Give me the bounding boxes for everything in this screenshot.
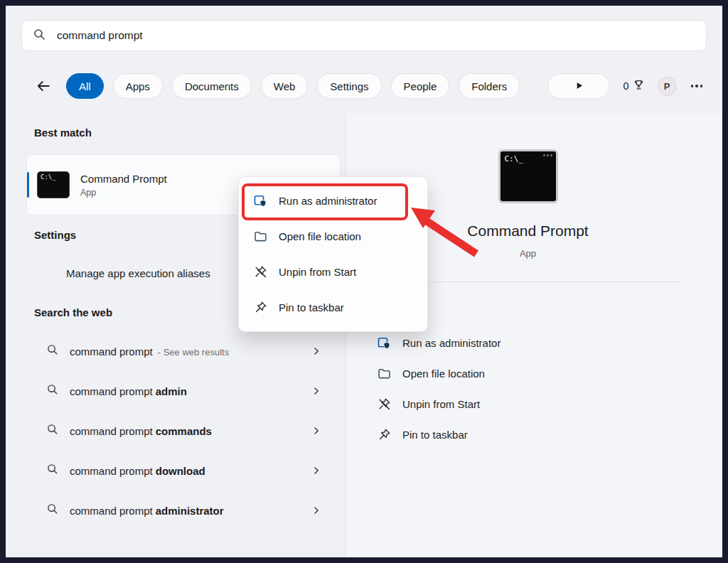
best-match-text: Command Prompt App (80, 173, 167, 198)
suggestion-bold: administrator (156, 505, 224, 517)
cmd-glyph: C:\_ (505, 154, 524, 163)
context-menu: Run as administrator Open file location … (238, 176, 428, 332)
menu-item-label: Open file location (279, 230, 361, 242)
rewards-counter[interactable]: 0 (623, 79, 644, 93)
chevron-right-icon[interactable] (311, 505, 321, 515)
web-suggestion-row[interactable]: command promptcommands (27, 415, 340, 446)
suggestion-query: command prompt (70, 345, 153, 358)
suggestion-query: command prompt (70, 505, 153, 517)
action-label: Run as administrator (402, 337, 500, 349)
tab-people[interactable]: People (391, 73, 450, 99)
tab-documents[interactable]: Documents (172, 73, 252, 99)
tab-web[interactable]: Web (261, 73, 309, 99)
windows-search-flyout: All Apps Documents Web Settings People F… (6, 6, 722, 557)
suggestion-meta: - See web results (158, 347, 229, 358)
more-options-icon[interactable] (690, 80, 705, 92)
settings-heading: Settings (34, 229, 76, 241)
search-icon (47, 384, 58, 398)
tab-apps[interactable]: Apps (113, 73, 163, 99)
suggestion-text: command promptdownload (70, 465, 205, 477)
action-label: Pin to taskbar (402, 429, 468, 441)
chevron-right-icon[interactable] (311, 346, 321, 356)
search-icon (47, 344, 58, 358)
unpin-icon (378, 397, 391, 411)
run-as-admin-shield-icon (378, 336, 391, 350)
suggestion-query: command prompt (70, 385, 153, 397)
suggestion-bold: admin (156, 385, 187, 397)
run-as-admin-shield-icon (254, 194, 267, 208)
best-match-title: Command Prompt (80, 173, 167, 185)
filter-tabs-row: All Apps Documents Web Settings People F… (34, 73, 704, 99)
search-input[interactable] (55, 28, 695, 43)
menu-item-open-file-location[interactable]: Open file location (239, 218, 427, 254)
suggestion-text: command promptadmin (70, 385, 187, 397)
command-prompt-icon-large: C:\_ (498, 149, 558, 203)
suggestion-query: command prompt (70, 465, 153, 477)
back-arrow-icon[interactable] (34, 77, 53, 95)
suggestion-text: command promptadministrator (70, 505, 224, 517)
search-icon (33, 28, 46, 43)
folder-icon (378, 367, 391, 380)
suggestion-bold: download (156, 465, 205, 477)
trophy-icon (633, 79, 645, 93)
folder-icon (254, 230, 267, 243)
web-suggestion-row[interactable]: command promptadmin (27, 375, 340, 407)
menu-item-label: Pin to taskbar (279, 301, 344, 313)
chevron-right-icon[interactable] (311, 466, 321, 476)
search-bar[interactable] (21, 20, 707, 51)
preview-action-unpin-from-start[interactable]: Unpin from Start (346, 389, 710, 419)
settings-result-manage-aliases[interactable]: Manage app execution aliases (66, 267, 210, 279)
window-dots-icon (543, 154, 552, 156)
best-match-heading: Best match (34, 127, 92, 139)
rewards-count: 0 (623, 80, 628, 92)
search-icon (47, 463, 58, 478)
topbar-right-cluster: 0 P (547, 73, 704, 99)
pin-icon (254, 301, 267, 314)
menu-item-unpin-from-start[interactable]: Unpin from Start (239, 254, 427, 289)
search-icon (47, 424, 58, 438)
tab-settings[interactable]: Settings (317, 73, 381, 99)
best-match-subtitle: App (80, 188, 167, 198)
web-suggestion-row[interactable]: command promptadministrator (27, 495, 340, 526)
preview-action-open-file-location[interactable]: Open file location (346, 358, 710, 389)
suggestion-bold: commands (156, 425, 212, 437)
pin-icon (378, 428, 391, 441)
preview-action-run-as-admin[interactable]: Run as administrator (346, 328, 710, 358)
suggestion-text: command prompt- See web results (70, 345, 229, 358)
search-web-heading: Search the web (34, 306, 112, 318)
action-label: Open file location (402, 368, 485, 380)
web-suggestion-row[interactable]: command promptdownload (27, 455, 340, 486)
menu-item-run-as-admin[interactable]: Run as administrator (239, 183, 427, 218)
tab-all[interactable]: All (66, 73, 104, 99)
search-icon (47, 503, 58, 518)
play-filter-button[interactable] (547, 73, 610, 99)
chevron-right-icon[interactable] (311, 386, 321, 396)
tab-folders[interactable]: Folders (459, 73, 520, 99)
play-icon (574, 80, 584, 92)
screenshot-root: All Apps Documents Web Settings People F… (0, 0, 728, 563)
suggestion-text: command promptcommands (70, 425, 212, 437)
unpin-icon (254, 265, 267, 279)
command-prompt-icon-small: C:\_ (37, 171, 70, 198)
suggestion-query: command prompt (70, 425, 153, 437)
selection-accent-bar (27, 172, 29, 198)
menu-item-pin-to-taskbar[interactable]: Pin to taskbar (239, 289, 427, 325)
avatar[interactable]: P (658, 77, 677, 96)
menu-item-label: Unpin from Start (279, 266, 356, 278)
menu-item-label: Run as administrator (279, 195, 377, 207)
preview-actions: Run as administrator Open file location (346, 328, 710, 450)
web-suggestion-row[interactable]: command prompt- See web results (27, 336, 340, 367)
preview-action-pin-to-taskbar[interactable]: Pin to taskbar (346, 419, 710, 450)
action-label: Unpin from Start (402, 398, 480, 410)
chevron-right-icon[interactable] (311, 426, 321, 436)
